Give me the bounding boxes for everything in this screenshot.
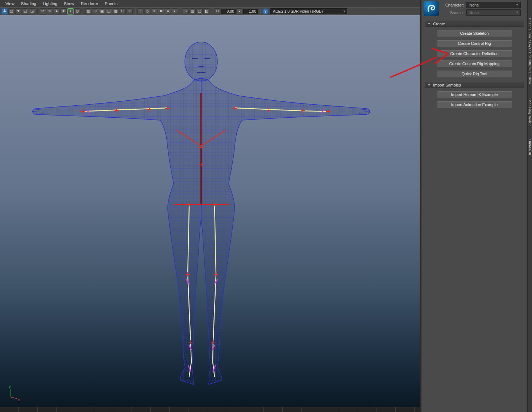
toolbar-separator — [260, 8, 260, 14]
menu-shading[interactable]: Shading — [18, 1, 40, 7]
menu-lighting[interactable]: Lighting — [40, 1, 61, 7]
object-mode-icon[interactable]: ▼ — [15, 8, 21, 14]
asset-mode-icon[interactable]: ◲ — [29, 8, 35, 14]
perspective-viewport[interactable]: y x — [0, 15, 420, 407]
snap-plane-icon[interactable]: ✚ — [61, 8, 67, 14]
toolbar-separator — [135, 8, 135, 14]
chevron-down-icon: ▼ — [343, 10, 346, 13]
wireframe-display-icon[interactable]: ◔ — [137, 8, 144, 14]
menu-show[interactable]: Show — [61, 1, 78, 7]
toolbar-separator — [180, 8, 180, 14]
field-chart-icon[interactable]: ▩ — [113, 8, 119, 14]
use-all-lights-icon[interactable]: ✱ — [158, 8, 164, 14]
snap-curve-icon[interactable]: ✎ — [47, 8, 53, 14]
character-label: Character: — [445, 3, 464, 7]
quick-rig-tool-button[interactable]: Quick Rig Tool — [437, 71, 512, 77]
viewport-canvas: y x — [0, 15, 420, 407]
collapse-triangle-icon: ▼ — [428, 22, 431, 25]
multisample-aa-icon[interactable]: ▥ — [190, 8, 196, 14]
shaded-display-icon[interactable]: ◇ — [144, 8, 150, 14]
create-section-header[interactable]: ▼ Create — [425, 21, 524, 27]
snap-point-icon[interactable]: ➤ — [54, 8, 60, 14]
humanik-logo-icon — [424, 1, 439, 16]
source-label: Source: — [450, 10, 464, 15]
create-section-label: Create — [433, 22, 445, 26]
menu-renderer[interactable]: Renderer — [78, 1, 101, 7]
toolbar-separator — [37, 8, 38, 14]
shadows-icon[interactable]: ● — [165, 8, 171, 14]
chevron-down-icon: ▼ — [515, 11, 520, 14]
time-slider[interactable] — [0, 407, 420, 412]
axis-x-label: x — [18, 398, 20, 402]
axis-y-label: y — [9, 384, 11, 388]
make-live-icon[interactable]: ⌖ — [67, 8, 74, 14]
screen-space-ao-icon[interactable]: ◐ — [172, 8, 178, 14]
tab-channel-box-layer-editor[interactable]: Channel Box / Layer Editor — [528, 18, 532, 62]
view-transform-dropdown[interactable]: ACES 1.0 SDR-video (sRGB) ▼ — [270, 8, 347, 14]
import-human-ik-example-button[interactable]: Import Human IK Example — [437, 91, 512, 98]
motion-blur-icon[interactable]: ◑ — [183, 8, 189, 14]
resolution-gate-icon[interactable]: ▣ — [99, 8, 105, 14]
gamma-contrast-icon[interactable]: ▴ — [236, 8, 242, 14]
chevron-down-icon: ▼ — [515, 3, 520, 7]
tab-modeling-toolkit[interactable]: Modeling Toolkit — [528, 100, 532, 126]
tab-attribute-editor[interactable]: Attribute Editor — [528, 60, 532, 84]
textured-display-icon[interactable]: ☀ — [151, 8, 157, 14]
character-dropdown[interactable]: None ▼ — [466, 2, 521, 8]
create-character-definition-button[interactable]: Create Character Definition — [437, 50, 512, 57]
create-custom-rig-mapping-button[interactable]: Create Custom Rig Mapping — [437, 60, 512, 67]
import-samples-section-label: Import Samples — [433, 83, 461, 87]
import-animation-example-button[interactable]: Import Animation Example — [437, 101, 512, 108]
source-value: None — [469, 10, 479, 15]
maya-window: View Shading Lighting Show Renderer Pane… — [0, 0, 532, 412]
source-dropdown[interactable]: None ▼ — [466, 9, 521, 16]
color-management-icon[interactable]: γ — [262, 8, 269, 14]
human-ik-panel: Character: None ▼ Source: None ▼ ▼ Creat… — [421, 0, 527, 412]
safe-title-icon[interactable]: ⌗ — [126, 8, 133, 14]
isolate-select-icon[interactable]: ▢ — [196, 8, 203, 14]
menu-view[interactable]: View — [2, 1, 18, 7]
film-gate-icon[interactable]: ⊞ — [92, 8, 98, 14]
hierarchy-mode-icon[interactable]: ▤ — [8, 8, 14, 14]
toolbar-separator — [83, 8, 83, 14]
import-samples-section-header[interactable]: ▼ Import Samples — [425, 82, 524, 88]
gamma-field[interactable] — [243, 9, 258, 14]
component-mode-icon[interactable]: ◱ — [22, 8, 28, 14]
character-value: None — [469, 3, 479, 7]
viewport-toolbar: A ▤ ▼ ◱ ◲ ⟳ ✎ ➤ ✚ ⌖ ◎ ▦ ⊞ ▣ ◫ ▩ ⊡ ⌗ ◔ ◇ … — [0, 7, 420, 15]
tab-human-ik[interactable]: Human IK — [528, 139, 532, 155]
gate-mask-icon[interactable]: ◫ — [106, 8, 112, 14]
view-transform-value: ACES 1.0 SDR-video (sRGB) — [273, 9, 323, 13]
selection-mask-icon[interactable]: A — [1, 8, 8, 14]
construction-history-icon[interactable]: ◎ — [74, 8, 80, 14]
xray-display-icon[interactable]: ◧ — [203, 8, 209, 14]
create-skeleton-button[interactable]: Create Skeleton — [437, 30, 512, 37]
menu-panels[interactable]: Panels — [101, 1, 121, 7]
humanik-header: Character: None ▼ Source: None ▼ — [421, 0, 527, 17]
grid-display-icon[interactable]: ▦ — [85, 8, 91, 14]
safe-action-icon[interactable]: ⊡ — [120, 8, 126, 14]
exposure-icon[interactable]: ⊙ — [214, 8, 220, 14]
toolbar-separator — [212, 8, 212, 14]
panel-menubar: View Shading Lighting Show Renderer Pane… — [0, 0, 420, 7]
snap-rotate-icon[interactable]: ⟳ — [40, 8, 46, 14]
axis-gizmo: y x — [9, 384, 20, 402]
sidebar-tabstrip: Channel Box / Layer Editor Attribute Edi… — [527, 0, 532, 412]
exposure-field[interactable] — [221, 9, 236, 14]
collapse-triangle-icon: ▼ — [428, 83, 431, 87]
create-control-rig-button[interactable]: Create Control Rig — [437, 40, 512, 47]
